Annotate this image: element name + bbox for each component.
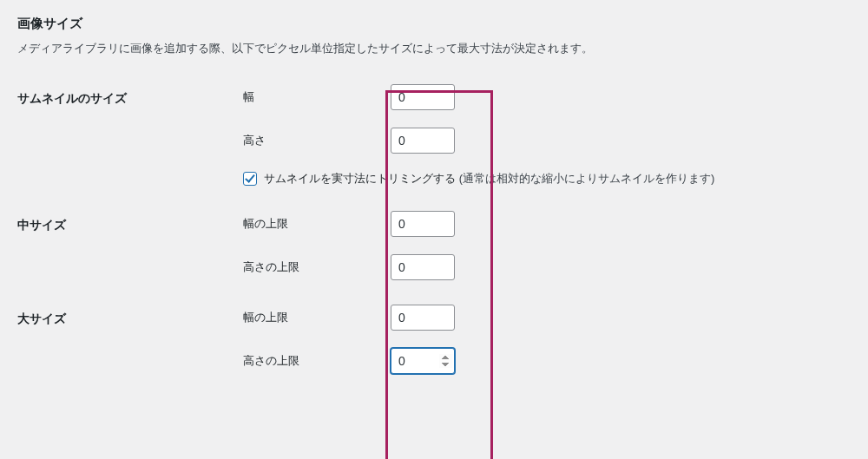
medium-width-input[interactable]	[391, 211, 455, 237]
large-height-input[interactable]	[391, 348, 455, 374]
thumbnail-height-label: 高さ	[243, 133, 391, 148]
large-heading: 大サイズ	[17, 296, 243, 390]
medium-height-input[interactable]	[391, 254, 455, 280]
thumbnail-width-label: 幅	[243, 89, 391, 105]
thumbnail-width-input[interactable]	[391, 84, 455, 110]
thumbnail-crop-note: (通常は相対的な縮小によりサムネイルを作ります)	[459, 172, 715, 185]
medium-size-row: 中サイズ 幅の上限 高さの上限	[17, 202, 851, 296]
section-description: メディアライブラリに画像を追加する際、以下でピクセル単位指定したサイズによって最…	[17, 41, 851, 56]
medium-width-label: 幅の上限	[243, 216, 391, 232]
thumbnail-heading: サムネイルのサイズ	[17, 75, 243, 202]
medium-height-label: 高さの上限	[243, 259, 391, 275]
large-height-label: 高さの上限	[243, 353, 391, 369]
thumbnail-height-input[interactable]	[391, 128, 455, 154]
large-size-row: 大サイズ 幅の上限 高さの上限	[17, 296, 851, 390]
thumbnail-size-row: サムネイルのサイズ 幅 高さ サムネイルを実寸法にトリミングする (通常は相対的…	[17, 75, 851, 202]
thumbnail-crop-label: サムネイルを実寸法にトリミングする	[264, 172, 456, 185]
thumbnail-crop-checkbox[interactable]	[243, 172, 257, 186]
large-width-input[interactable]	[391, 305, 455, 331]
large-width-label: 幅の上限	[243, 310, 391, 325]
image-sizes-table: サムネイルのサイズ 幅 高さ サムネイルを実寸法にトリミングする (通常は相対的…	[17, 75, 851, 390]
medium-heading: 中サイズ	[17, 202, 243, 296]
section-title: 画像サイズ	[17, 16, 851, 32]
